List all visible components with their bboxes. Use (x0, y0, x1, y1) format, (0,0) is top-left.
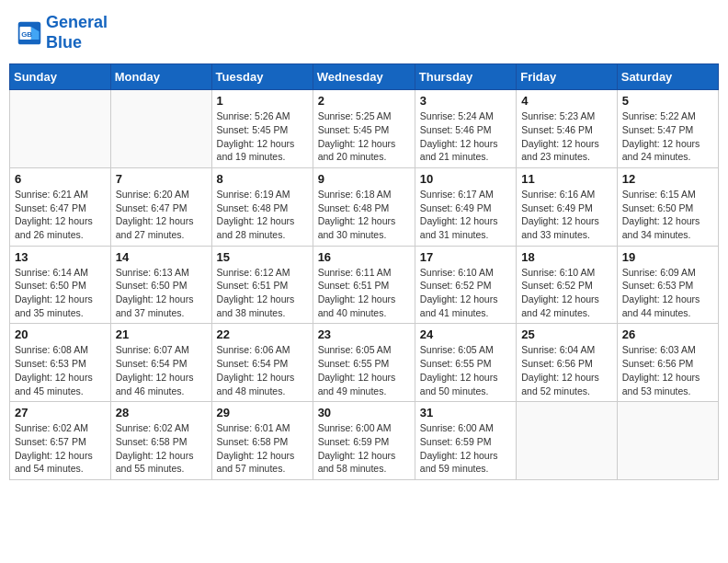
calendar-cell (10, 90, 111, 168)
day-info: Sunrise: 5:25 AM Sunset: 5:45 PM Dayligh… (318, 109, 410, 164)
calendar-cell: 23Sunrise: 6:05 AM Sunset: 6:55 PM Dayli… (313, 324, 415, 402)
calendar-cell: 27Sunrise: 6:02 AM Sunset: 6:57 PM Dayli… (10, 402, 111, 480)
day-info: Sunrise: 6:19 AM Sunset: 6:48 PM Dayligh… (217, 188, 308, 242)
calendar-cell: 25Sunrise: 6:04 AM Sunset: 6:56 PM Dayli… (517, 324, 618, 402)
calendar-cell: 10Sunrise: 6:17 AM Sunset: 6:49 PM Dayli… (415, 167, 516, 246)
weekday-header-row: SundayMondayTuesdayWednesdayThursdayFrid… (10, 64, 719, 90)
day-number: 24 (420, 327, 511, 341)
weekday-header-friday: Friday (517, 64, 618, 90)
calendar-week-row: 20Sunrise: 6:08 AM Sunset: 6:53 PM Dayli… (10, 324, 719, 402)
weekday-header-monday: Monday (110, 64, 211, 90)
calendar-cell: 13Sunrise: 6:14 AM Sunset: 6:50 PM Dayli… (10, 246, 111, 324)
day-info: Sunrise: 6:07 AM Sunset: 6:54 PM Dayligh… (116, 343, 207, 397)
calendar-cell (110, 90, 211, 168)
calendar-cell: 16Sunrise: 6:11 AM Sunset: 6:51 PM Dayli… (313, 246, 415, 324)
weekday-header-wednesday: Wednesday (313, 64, 415, 90)
calendar-cell: 6Sunrise: 6:21 AM Sunset: 6:47 PM Daylig… (10, 167, 111, 246)
calendar-cell: 29Sunrise: 6:01 AM Sunset: 6:58 PM Dayli… (211, 402, 313, 480)
day-info: Sunrise: 6:18 AM Sunset: 6:48 PM Dayligh… (318, 188, 410, 242)
day-number: 20 (15, 327, 106, 341)
calendar-table: SundayMondayTuesdayWednesdayThursdayFrid… (9, 63, 719, 480)
calendar-cell: 24Sunrise: 6:05 AM Sunset: 6:55 PM Dayli… (415, 324, 516, 402)
day-number: 2 (318, 94, 410, 108)
calendar-cell: 4Sunrise: 5:23 AM Sunset: 5:46 PM Daylig… (517, 90, 618, 168)
day-number: 19 (622, 250, 713, 264)
calendar-cell: 15Sunrise: 6:12 AM Sunset: 6:51 PM Dayli… (211, 246, 313, 324)
day-number: 13 (15, 250, 106, 264)
page-header: GB General Blue (9, 9, 719, 56)
calendar-cell: 19Sunrise: 6:09 AM Sunset: 6:53 PM Dayli… (617, 246, 718, 324)
day-number: 4 (521, 94, 612, 108)
day-info: Sunrise: 6:02 AM Sunset: 6:57 PM Dayligh… (15, 421, 106, 476)
day-info: Sunrise: 6:09 AM Sunset: 6:53 PM Dayligh… (622, 266, 713, 320)
svg-text:GB: GB (21, 29, 32, 38)
logo-icon: GB (17, 20, 42, 46)
day-info: Sunrise: 6:10 AM Sunset: 6:52 PM Dayligh… (521, 266, 612, 320)
day-number: 12 (622, 172, 713, 186)
calendar-cell: 28Sunrise: 6:02 AM Sunset: 6:58 PM Dayli… (110, 402, 211, 480)
day-info: Sunrise: 5:23 AM Sunset: 5:46 PM Dayligh… (521, 109, 612, 164)
weekday-header-saturday: Saturday (617, 64, 718, 90)
day-number: 3 (420, 94, 511, 108)
calendar-cell: 2Sunrise: 5:25 AM Sunset: 5:45 PM Daylig… (313, 90, 415, 168)
day-number: 7 (116, 172, 207, 186)
day-info: Sunrise: 6:05 AM Sunset: 6:55 PM Dayligh… (318, 343, 410, 397)
calendar-cell: 12Sunrise: 6:15 AM Sunset: 6:50 PM Dayli… (617, 167, 718, 246)
calendar-cell: 17Sunrise: 6:10 AM Sunset: 6:52 PM Dayli… (415, 246, 516, 324)
day-number: 1 (217, 94, 308, 108)
calendar-cell: 8Sunrise: 6:19 AM Sunset: 6:48 PM Daylig… (211, 167, 313, 246)
day-number: 21 (116, 327, 207, 341)
calendar-week-row: 13Sunrise: 6:14 AM Sunset: 6:50 PM Dayli… (10, 246, 719, 324)
day-number: 15 (217, 250, 308, 264)
day-info: Sunrise: 6:03 AM Sunset: 6:56 PM Dayligh… (622, 343, 713, 397)
calendar-cell (517, 402, 618, 480)
calendar-cell: 7Sunrise: 6:20 AM Sunset: 6:47 PM Daylig… (110, 167, 211, 246)
weekday-header-thursday: Thursday (415, 64, 516, 90)
day-number: 8 (217, 172, 308, 186)
day-number: 9 (318, 172, 410, 186)
calendar-cell: 3Sunrise: 5:24 AM Sunset: 5:46 PM Daylig… (415, 90, 516, 168)
day-info: Sunrise: 5:26 AM Sunset: 5:45 PM Dayligh… (217, 109, 308, 164)
day-number: 5 (622, 94, 713, 108)
day-number: 14 (116, 250, 207, 264)
weekday-header-sunday: Sunday (10, 64, 111, 90)
day-info: Sunrise: 5:24 AM Sunset: 5:46 PM Dayligh… (420, 109, 511, 164)
day-number: 18 (521, 250, 612, 264)
calendar-cell: 26Sunrise: 6:03 AM Sunset: 6:56 PM Dayli… (617, 324, 718, 402)
day-number: 22 (217, 327, 308, 341)
day-info: Sunrise: 6:14 AM Sunset: 6:50 PM Dayligh… (15, 266, 106, 320)
day-number: 29 (217, 406, 308, 419)
day-info: Sunrise: 6:13 AM Sunset: 6:50 PM Dayligh… (116, 266, 207, 320)
calendar-cell: 22Sunrise: 6:06 AM Sunset: 6:54 PM Dayli… (211, 324, 313, 402)
day-info: Sunrise: 6:11 AM Sunset: 6:51 PM Dayligh… (318, 266, 410, 320)
day-info: Sunrise: 6:17 AM Sunset: 6:49 PM Dayligh… (420, 188, 511, 242)
calendar-cell: 11Sunrise: 6:16 AM Sunset: 6:49 PM Dayli… (517, 167, 618, 246)
day-number: 11 (521, 172, 612, 186)
logo-text: General Blue (46, 13, 108, 52)
calendar-week-row: 27Sunrise: 6:02 AM Sunset: 6:57 PM Dayli… (10, 402, 719, 480)
day-info: Sunrise: 6:16 AM Sunset: 6:49 PM Dayligh… (521, 188, 612, 242)
day-number: 17 (420, 250, 511, 264)
day-info: Sunrise: 6:20 AM Sunset: 6:47 PM Dayligh… (116, 188, 207, 242)
calendar-cell: 14Sunrise: 6:13 AM Sunset: 6:50 PM Dayli… (110, 246, 211, 324)
day-info: Sunrise: 6:12 AM Sunset: 6:51 PM Dayligh… (217, 266, 308, 320)
calendar-week-row: 1Sunrise: 5:26 AM Sunset: 5:45 PM Daylig… (10, 90, 719, 168)
day-number: 30 (318, 406, 410, 419)
calendar-cell: 30Sunrise: 6:00 AM Sunset: 6:59 PM Dayli… (313, 402, 415, 480)
day-number: 31 (420, 406, 511, 419)
day-number: 26 (622, 327, 713, 341)
day-info: Sunrise: 6:04 AM Sunset: 6:56 PM Dayligh… (521, 343, 612, 397)
day-number: 25 (521, 327, 612, 341)
day-info: Sunrise: 6:01 AM Sunset: 6:58 PM Dayligh… (217, 421, 308, 476)
day-info: Sunrise: 5:22 AM Sunset: 5:47 PM Dayligh… (622, 109, 713, 164)
calendar-cell: 21Sunrise: 6:07 AM Sunset: 6:54 PM Dayli… (110, 324, 211, 402)
weekday-header-tuesday: Tuesday (211, 64, 313, 90)
day-info: Sunrise: 6:21 AM Sunset: 6:47 PM Dayligh… (15, 188, 106, 242)
day-info: Sunrise: 6:06 AM Sunset: 6:54 PM Dayligh… (217, 343, 308, 397)
calendar-cell: 5Sunrise: 5:22 AM Sunset: 5:47 PM Daylig… (617, 90, 718, 168)
day-info: Sunrise: 6:05 AM Sunset: 6:55 PM Dayligh… (420, 343, 511, 397)
calendar-cell: 9Sunrise: 6:18 AM Sunset: 6:48 PM Daylig… (313, 167, 415, 246)
day-info: Sunrise: 6:10 AM Sunset: 6:52 PM Dayligh… (420, 266, 511, 320)
day-number: 27 (15, 406, 106, 419)
day-info: Sunrise: 6:15 AM Sunset: 6:50 PM Dayligh… (622, 188, 713, 242)
